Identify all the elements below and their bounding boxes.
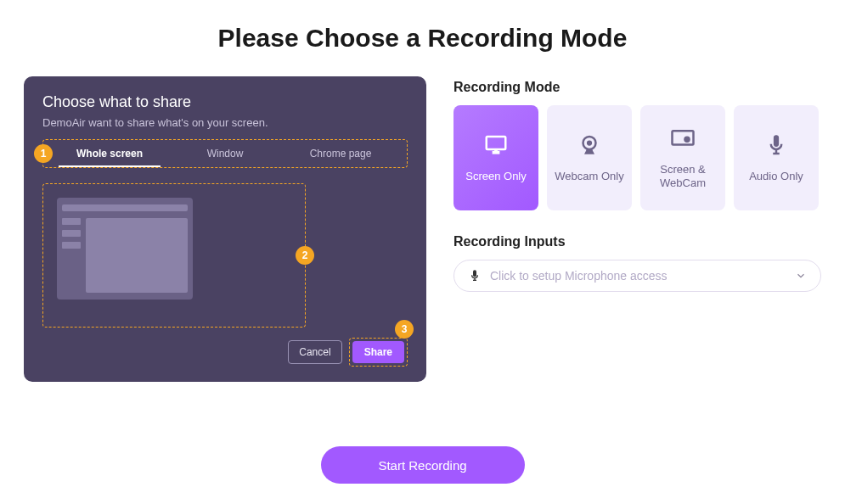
tab-chrome-page[interactable]: Chrome page (283, 141, 398, 166)
screen-thumbnail[interactable] (57, 198, 193, 300)
monitor-icon (483, 132, 509, 158)
tab-whole-screen[interactable]: Whole screen (52, 141, 167, 166)
step-badge-1: 1 (34, 144, 53, 163)
recording-inputs-label: Recording Inputs (453, 234, 821, 249)
chevron-down-icon (795, 270, 807, 282)
step-badge-2: 2 (296, 246, 314, 265)
mode-label: Screen & WebCam (644, 163, 722, 189)
mic-icon (763, 132, 789, 158)
start-recording-button[interactable]: Start Recording (321, 446, 525, 484)
mode-screen-webcam[interactable]: Screen & WebCam (640, 105, 725, 210)
share-dialog-preview: Choose what to share DemoAir want to sha… (24, 76, 426, 382)
step-badge-3: 3 (395, 320, 414, 339)
svg-point-6 (684, 137, 690, 143)
mic-icon (468, 269, 482, 283)
svg-rect-2 (495, 149, 498, 152)
tab-window[interactable]: Window (167, 141, 283, 166)
share-preview-highlight: 2 (42, 183, 306, 328)
share-button[interactable]: Share (352, 341, 404, 363)
mode-label: Audio Only (749, 170, 803, 183)
share-dialog-heading: Choose what to share (42, 93, 408, 111)
screen-webcam-icon (670, 126, 696, 151)
mode-audio-only[interactable]: Audio Only (734, 105, 819, 210)
svg-point-4 (588, 141, 592, 145)
share-tabs-highlight: 1 Whole screen Window Chrome page (42, 139, 408, 168)
page-title: Please Choose a Recording Mode (0, 0, 845, 76)
microphone-select[interactable]: Click to setup Microphone access (453, 260, 821, 292)
mode-label: Webcam Only (555, 170, 623, 183)
mode-screen-only[interactable]: Screen Only (453, 105, 538, 210)
mode-webcam-only[interactable]: Webcam Only (547, 105, 632, 210)
svg-rect-0 (487, 137, 506, 149)
svg-rect-10 (474, 271, 476, 277)
share-dialog-subtitle: DemoAir want to share what's on your scr… (42, 116, 408, 129)
microphone-placeholder: Click to setup Microphone access (490, 269, 668, 283)
svg-rect-7 (775, 136, 779, 147)
svg-rect-5 (673, 132, 694, 145)
cancel-button[interactable]: Cancel (288, 340, 341, 364)
recording-mode-label: Recording Mode (453, 80, 821, 95)
recording-mode-grid: Screen Only Webcam Only Screen & WebCam … (453, 105, 821, 210)
webcam-icon (577, 132, 602, 158)
mode-label: Screen Only (465, 170, 527, 183)
share-button-highlight: 3 Share (349, 338, 408, 367)
